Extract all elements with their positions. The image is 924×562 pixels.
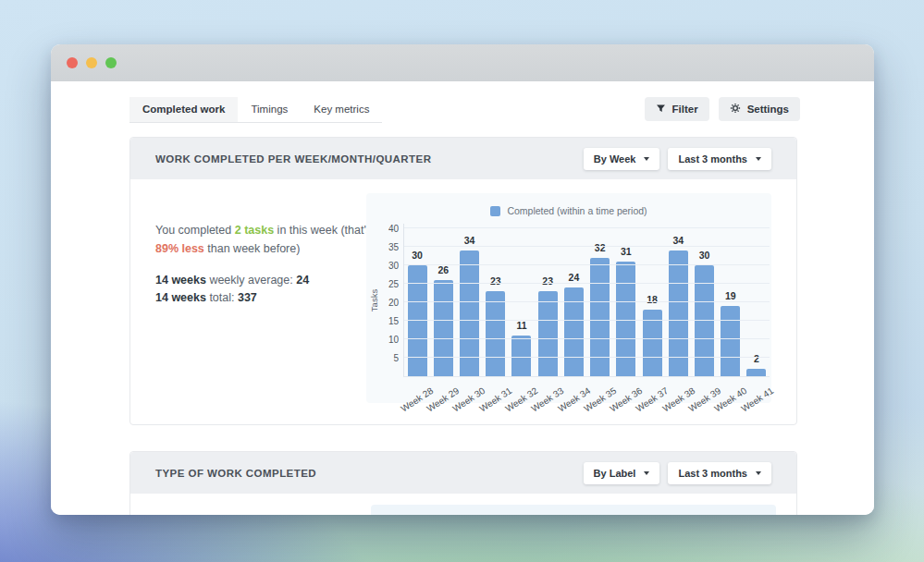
gear-icon [730,103,741,116]
gridline [404,320,770,321]
summary-middle: in this week (that's [274,224,372,237]
chevron-down-icon [756,471,761,475]
y-tick-label: 15 [388,316,399,326]
window-titlebar [51,44,874,81]
stat-label: 14 weeks [155,291,206,304]
desktop-background: Completed work Timings Key metrics Filte… [0,0,924,562]
y-tick-label: 30 [388,261,399,271]
x-axis-labels: Week 28Week 29Week 30Week 31Week 32Week … [403,377,770,416]
legend-label: Completed (within a time period) [507,205,647,216]
filter-button-label: Filter [672,104,698,115]
period-dropdown[interactable]: Last 3 months [668,148,771,170]
plot-column: 302634231123243231183430192 Week 28Week … [403,224,771,416]
bar[interactable] [538,291,558,376]
bar[interactable] [408,265,427,376]
close-window-button[interactable] [67,57,78,68]
x-label-column: Week 38 [665,377,691,416]
stat-label: 14 weeks [155,274,206,287]
work-completed-card-body: You completed 2 tasks in this week (that… [130,179,796,424]
bar[interactable] [616,262,635,376]
tab-timings[interactable]: Timings [238,97,301,122]
top-bar: Completed work Timings Key metrics Filte… [129,97,800,123]
bar-value-label: 11 [509,320,535,331]
stat-text: total: [206,291,238,304]
type-period-dropdown[interactable]: Last 3 months [668,462,771,484]
bar-value-label: 30 [691,250,717,261]
x-label-column: Week 30 [456,377,482,416]
bar-value-label: 31 [613,246,639,257]
x-tick-label: Week 41 [739,385,775,414]
chevron-down-icon [756,157,761,161]
gridline [404,246,770,247]
work-completed-card-header: WORK COMPLETED PER WEEK/MONTH/QUARTER By… [130,138,796,179]
label-group-dropdown-value: By Label [594,468,636,479]
clipped-chart-widget [371,505,776,515]
bar[interactable] [511,336,531,376]
type-card-controls: By Label Last 3 months [584,462,771,484]
bar-value-label: 2 [744,353,770,364]
x-label-column: Week 29 [429,377,455,416]
gridline [404,338,770,339]
app-window: Completed work Timings Key metrics Filte… [51,44,874,515]
x-label-column: Week 40 [717,377,743,416]
settings-button[interactable]: Settings [719,97,800,121]
work-completed-card: WORK COMPLETED PER WEEK/MONTH/QUARTER By… [129,137,797,425]
stat-text: weekly average: [206,274,296,287]
bar-value-label: 32 [587,242,613,253]
bar-value-label: 34 [665,235,691,246]
y-tick-label: 40 [388,224,399,234]
bar[interactable] [746,369,766,376]
bar[interactable] [486,291,505,376]
filter-funnel-icon [656,104,666,116]
summary-sentence: You completed 2 tasks in this week (that… [155,221,377,258]
chart-area: Tasks 510152025303540 302634231123243231… [366,224,771,416]
gridline [404,227,770,228]
minimize-window-button[interactable] [86,57,97,68]
y-tick-label: 20 [388,298,399,308]
x-label-column: Week 39 [691,377,717,416]
type-period-dropdown-value: Last 3 months [678,468,747,479]
gridline [404,301,770,302]
group-by-dropdown[interactable]: By Week [584,148,660,170]
gridline [404,264,770,265]
bar-value-label: 24 [561,272,586,283]
tab-bar: Completed work Timings Key metrics [129,97,382,123]
tab-completed-work[interactable]: Completed work [129,97,238,122]
x-label-column: Week 28 [403,377,429,416]
gridline [404,283,770,284]
x-label-column: Week 35 [586,377,612,416]
label-group-dropdown[interactable]: By Label [584,462,660,484]
stat-value: 24 [296,274,309,287]
period-dropdown-value: Last 3 months [678,153,747,165]
x-label-column: Week 32 [508,377,534,416]
bar[interactable] [695,265,714,376]
chevron-down-icon [644,471,649,475]
filter-button[interactable]: Filter [645,97,709,121]
x-label-column: Week 31 [482,377,508,416]
bar-value-label: 34 [456,235,482,246]
x-label-column: Week 36 [612,377,638,416]
type-of-work-card-body [130,494,796,515]
stats-block: 14 weeks weekly average: 24 14 weeks tot… [155,272,377,307]
bar[interactable] [434,280,453,376]
weekly-average-stat: 14 weeks weekly average: 24 [155,272,377,289]
bar-value-label: 23 [483,275,509,287]
summary-prefix: You completed [155,224,235,237]
tasks-count-highlight: 2 tasks [235,224,274,237]
tab-key-metrics[interactable]: Key metrics [301,97,382,122]
work-card-controls: By Week Last 3 months [584,148,771,170]
bar[interactable] [721,306,740,376]
zoom-window-button[interactable] [105,57,117,68]
chart-legend: Completed (within a time period) [366,193,771,216]
y-axis-label-column: Tasks [366,224,381,377]
settings-button-label: Settings [747,104,789,115]
x-label-column: Week 41 [744,377,770,416]
bar[interactable] [590,258,610,376]
plot-area: 302634231123243231183430192 [403,224,770,377]
type-of-work-card-title: TYPE OF WORK COMPLETED [155,468,316,479]
completion-summary: You completed 2 tasks in this week (that… [155,221,377,307]
gridline [404,357,770,358]
x-label-column: Week 37 [639,377,665,416]
y-axis-ticks: 510152025303540 [381,224,403,377]
y-axis-label: Tasks [369,289,379,312]
